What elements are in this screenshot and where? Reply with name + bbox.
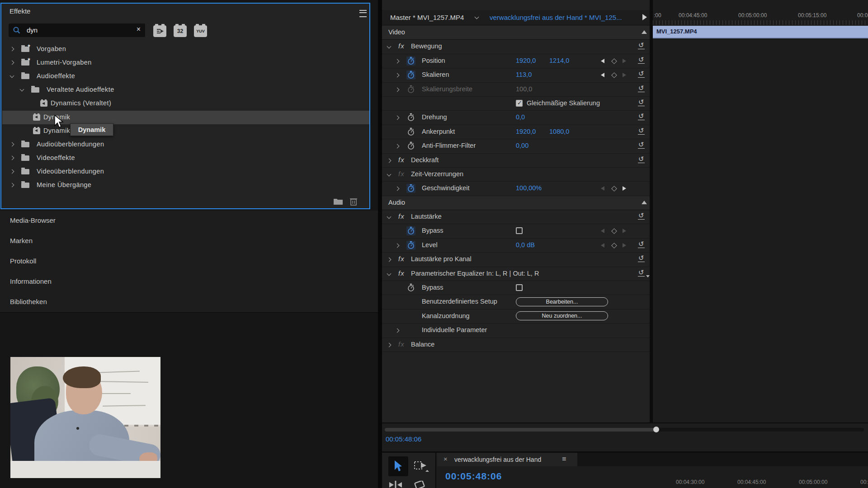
property-value[interactable]: 1920,0 <box>516 57 536 64</box>
reset-parameter-icon[interactable]: ↺ <box>638 42 645 49</box>
property-value[interactable]: 1920,0 <box>516 128 536 135</box>
effect-row[interactable]: Position1920,01214,0 ↺ <box>382 54 650 68</box>
expander-icon[interactable] <box>395 116 400 120</box>
expander-icon[interactable] <box>10 155 14 160</box>
effect-row[interactable]: Bypass <box>382 224 650 238</box>
panel-tab-media-browser[interactable]: Media-Browser <box>0 211 378 231</box>
effect-row[interactable]: fxBewegung↺ <box>382 40 650 54</box>
property-value[interactable]: 100,00% <box>516 184 542 192</box>
expander-icon[interactable] <box>10 61 14 65</box>
expander-icon[interactable] <box>395 144 400 149</box>
expander-icon[interactable] <box>395 187 400 191</box>
previous-keyframe-icon[interactable] <box>601 243 604 248</box>
add-keyframe-icon[interactable] <box>611 58 617 64</box>
property-value[interactable]: 0,0 dB <box>516 241 535 249</box>
panel-menu-icon[interactable]: ≡ <box>562 455 566 463</box>
delete-icon[interactable] <box>349 197 358 207</box>
ripple-edit-tool-icon[interactable] <box>387 481 404 488</box>
expander-icon[interactable] <box>395 328 400 333</box>
effect-row[interactable]: Skalierungsbreite100,0↺ <box>382 83 650 97</box>
next-keyframe-icon[interactable] <box>623 243 626 248</box>
reset-parameter-icon[interactable]: ↺ <box>638 141 645 149</box>
stopwatch-icon[interactable] <box>406 56 415 66</box>
reset-parameter-icon[interactable]: ↺ <box>638 99 645 106</box>
checkbox[interactable] <box>516 227 523 234</box>
scrollbar-end-knob[interactable] <box>653 427 659 432</box>
reset-parameter-icon[interactable]: ↺ <box>638 84 645 92</box>
search-input[interactable]: dyn × <box>9 23 145 37</box>
new-custom-bin-icon[interactable] <box>333 197 343 207</box>
track-select-forward-tool-icon[interactable] <box>414 460 429 473</box>
effect-row[interactable]: Ankerpunkt1920,01080,0↺ <box>382 125 650 139</box>
close-icon[interactable]: × <box>443 455 448 463</box>
sequence-tab[interactable]: × verwacklungsfrei aus der Hand ≡ <box>437 453 577 466</box>
collapse-section-icon[interactable] <box>642 30 647 34</box>
action-button[interactable]: Bearbeiten... <box>516 297 608 306</box>
panel-divider[interactable] <box>378 0 382 488</box>
effects-tree-item[interactable]: Audioeffekte <box>2 70 369 83</box>
reset-parameter-icon[interactable]: ↺ <box>638 240 645 248</box>
fx-badge-icon[interactable]: fx <box>398 255 405 263</box>
reset-parameter-icon[interactable]: ↺ <box>638 113 645 120</box>
effects-tree-item[interactable]: Meine Übergänge <box>2 178 369 192</box>
stopwatch-icon[interactable] <box>406 127 415 136</box>
stopwatch-icon[interactable] <box>406 184 415 193</box>
collapse-section-icon[interactable] <box>642 201 647 204</box>
next-keyframe-icon[interactable] <box>623 73 626 77</box>
add-keyframe-icon[interactable] <box>611 229 617 235</box>
effect-row[interactable]: Bypass <box>382 281 650 295</box>
reset-parameter-icon[interactable]: ↺ <box>638 254 645 262</box>
add-keyframe-icon[interactable] <box>611 243 617 249</box>
property-value[interactable]: 0,0 <box>516 113 525 121</box>
accelerated-effects-filter-button[interactable] <box>153 25 166 37</box>
property-value-2[interactable]: 1080,0 <box>549 128 569 135</box>
reset-parameter-icon[interactable]: ↺ <box>638 127 645 135</box>
effect-row[interactable]: Drehung0,0↺ <box>382 111 650 125</box>
effects-tree-item[interactable]: Videoeffekte <box>2 151 369 165</box>
panel-menu-icon[interactable] <box>359 10 367 17</box>
timeline-timecode[interactable]: 00:05:48:06 <box>445 471 502 482</box>
effect-row[interactable]: Geschwindigkeit100,00% <box>382 182 650 196</box>
next-keyframe-icon[interactable] <box>623 59 626 63</box>
checkbox[interactable] <box>516 100 523 107</box>
effect-row[interactable]: fxLautstärke pro Kanal↺ <box>382 253 650 267</box>
property-value[interactable]: 0,00 <box>516 142 528 149</box>
panel-tab-protokoll[interactable]: Protokoll <box>0 251 378 272</box>
expander-icon[interactable] <box>10 47 14 52</box>
effect-row[interactable]: Benutzerdefiniertes SetupBearbeiten... <box>382 295 650 309</box>
horizontal-scrollbar-handle[interactable] <box>385 428 656 432</box>
expander-icon[interactable] <box>10 183 14 188</box>
effects-tree-item[interactable]: ★Lumetri-Vorgaben <box>2 56 369 70</box>
effect-row[interactable]: KanalzuordnungNeu zuordnen... <box>382 310 650 324</box>
tab-sequence-clip[interactable]: verwacklungsfrei aus der Hand * MVI_125.… <box>490 14 622 21</box>
action-button[interactable]: Neu zuordnen... <box>516 311 608 320</box>
add-keyframe-icon[interactable] <box>611 186 617 192</box>
effect-row[interactable]: Anti-Flimmer-Filter0,00↺ <box>382 139 650 153</box>
tab-master-clip[interactable]: Master * MVI_1257.MP4 <box>390 14 464 21</box>
timeline-clip[interactable]: MVI_1257.MP4 <box>653 26 868 38</box>
expander-icon[interactable] <box>20 87 24 92</box>
effect-row[interactable]: fxParametrischer Equalizer In: L, R | Ou… <box>382 267 650 281</box>
chevron-down-icon[interactable] <box>475 15 479 19</box>
yuv-filter-button[interactable]: YUV <box>194 25 207 37</box>
expander-icon[interactable] <box>387 172 392 176</box>
expander-icon[interactable] <box>387 44 392 49</box>
show-timeline-toggle-icon[interactable] <box>642 14 647 20</box>
panel-tab-informationen[interactable]: Informationen <box>0 272 378 292</box>
stopwatch-icon[interactable] <box>406 141 415 150</box>
fx-badge-icon[interactable]: fx <box>398 212 405 220</box>
effects-tree-item[interactable]: Veraltete Audioeffekte <box>2 83 369 97</box>
effect-row[interactable]: Level0,0 dB ↺ <box>382 239 650 253</box>
expander-icon[interactable] <box>395 243 400 248</box>
reset-parameter-icon[interactable]: ↺ <box>638 155 645 163</box>
previous-keyframe-icon[interactable] <box>601 59 604 63</box>
expander-icon[interactable] <box>387 258 392 262</box>
expander-icon[interactable] <box>10 142 14 146</box>
next-keyframe-icon[interactable] <box>623 229 626 233</box>
property-value[interactable]: 113,0 <box>516 71 532 78</box>
reset-parameter-icon[interactable]: ↺ <box>638 212 645 220</box>
effect-row[interactable]: Gleichmäßige Skalierung↺ <box>382 97 650 111</box>
effects-tree-item[interactable]: Videoüberblendungen <box>2 165 369 178</box>
expander-icon[interactable] <box>10 74 14 78</box>
effects-tree-item[interactable]: Dynamics (Veraltet) <box>2 97 369 110</box>
